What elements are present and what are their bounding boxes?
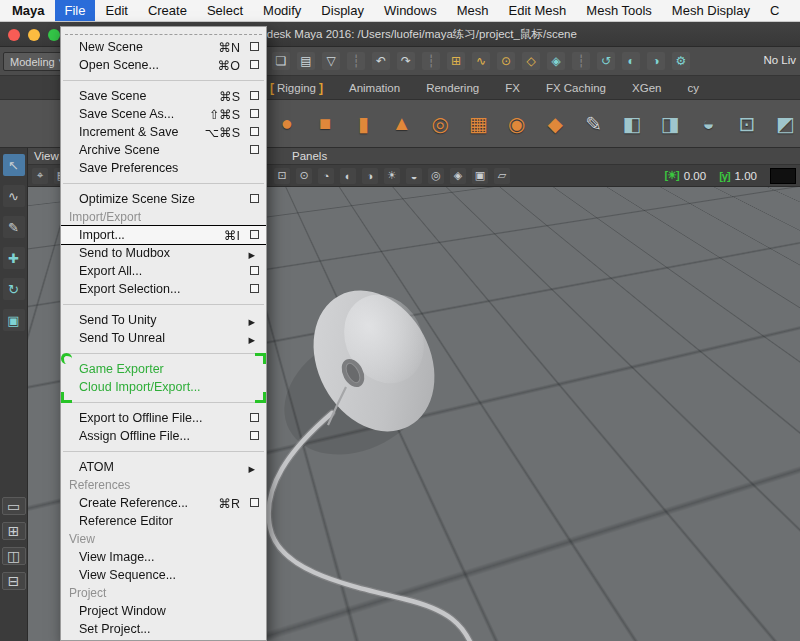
menu-item-cloud-import-export[interactable]: Cloud Import/Export...: [61, 378, 266, 396]
tab-cy[interactable]: cy: [687, 82, 699, 94]
exposure-icon[interactable]: [☀]: [665, 169, 679, 182]
motion-blur-icon[interactable]: ◈: [450, 168, 466, 184]
menubar-item-display[interactable]: Display: [311, 0, 374, 21]
menu-item-send-to-unreal[interactable]: Send To Unreal: [61, 329, 266, 347]
close-button[interactable]: [8, 29, 20, 41]
mirror-geometry-icon[interactable]: ◨: [656, 109, 685, 139]
extrude-icon[interactable]: ⊡: [732, 109, 761, 139]
save-scene-icon[interactable]: ▽: [322, 52, 340, 70]
menu-item-optimize-scene-size[interactable]: Optimize Scene Size: [61, 190, 266, 208]
tab-rigging[interactable]: [ Rigging ]: [270, 81, 323, 95]
menu-tearoff-handle[interactable]: [65, 30, 262, 35]
poly-sphere-icon[interactable]: ●: [272, 109, 301, 139]
option-box-icon[interactable]: [250, 91, 259, 100]
snap-plane-icon[interactable]: ◇: [522, 52, 540, 70]
poly-cone-icon[interactable]: ▲: [387, 109, 416, 139]
menubar-item-windows[interactable]: Windows: [374, 0, 447, 21]
safe-title-icon[interactable]: ⊙: [296, 168, 312, 184]
snap-point-icon[interactable]: ⊙: [497, 52, 515, 70]
undo-icon[interactable]: ↶: [372, 52, 390, 70]
construction-history-icon[interactable]: ↺: [597, 52, 615, 70]
option-box-icon[interactable]: [250, 230, 259, 239]
paint-select-tool-icon[interactable]: ✎: [3, 216, 25, 238]
multisampling-icon[interactable]: ▣: [472, 168, 488, 184]
platonic-solid-icon[interactable]: ◆: [541, 109, 570, 139]
menu-item-export-all[interactable]: Export All...: [61, 262, 266, 280]
option-box-icon[interactable]: [250, 266, 259, 275]
menubar-item-create[interactable]: Create: [138, 0, 197, 21]
shadows-icon[interactable]: ◒: [406, 168, 422, 184]
scale-tool-icon[interactable]: ▣: [3, 309, 25, 331]
menubar-item-mesh-tools[interactable]: Mesh Tools: [576, 0, 662, 21]
menu-item-atom[interactable]: ATOM: [61, 458, 266, 476]
option-box-icon[interactable]: [250, 145, 259, 154]
menubar-item-file[interactable]: File: [55, 0, 96, 21]
poly-plane-icon[interactable]: ▦: [464, 109, 493, 139]
three-pane-layout-icon[interactable]: ⊟: [2, 572, 26, 590]
option-box-icon[interactable]: [250, 498, 259, 507]
menu-item-export-selection[interactable]: Export Selection...: [61, 280, 266, 298]
snap-grid-icon[interactable]: ⊞: [447, 52, 465, 70]
poly-torus-icon[interactable]: ◎: [425, 109, 454, 139]
menubar-item-mesh[interactable]: Mesh: [447, 0, 499, 21]
redo-icon[interactable]: ↷: [397, 52, 415, 70]
menu-item-game-exporter[interactable]: Game Exporter: [61, 360, 266, 378]
gamma-icon[interactable]: [γ]: [719, 170, 729, 182]
ipr-render-icon[interactable]: ◑: [647, 52, 665, 70]
render-icon[interactable]: ◐: [622, 52, 640, 70]
camera-select-icon[interactable]: ⌖: [32, 168, 48, 184]
option-box-icon[interactable]: [250, 42, 259, 51]
option-box-icon[interactable]: [250, 431, 259, 440]
menu-item-increment-and-save[interactable]: Increment & Save ⌥⌘S: [61, 123, 266, 141]
menu-item-send-to-mudbox[interactable]: Send to Mudbox: [61, 244, 266, 262]
tab-rendering[interactable]: Rendering: [426, 82, 479, 94]
menubar-item-select[interactable]: Select: [197, 0, 253, 21]
poly-cube-icon[interactable]: ■: [310, 109, 339, 139]
lighting-icon[interactable]: ☀: [384, 168, 400, 184]
menu-item-import[interactable]: Import... ⌘I: [61, 226, 266, 244]
option-box-icon[interactable]: [250, 60, 259, 69]
rotate-tool-icon[interactable]: ↻: [3, 278, 25, 300]
curve-pencil-icon[interactable]: ✎: [579, 109, 608, 139]
tab-xgen[interactable]: XGen: [632, 82, 661, 94]
tab-animation[interactable]: Animation: [349, 82, 400, 94]
two-pane-layout-icon[interactable]: ◫: [2, 547, 26, 565]
menu-item-save-scene-as[interactable]: Save Scene As... ⇧⌘S: [61, 105, 266, 123]
panel-menu-view[interactable]: View: [34, 150, 59, 162]
menu-item-new-scene[interactable]: New Scene ⌘N: [61, 38, 266, 56]
option-box-icon[interactable]: [250, 109, 259, 118]
menubar-item-curves[interactable]: C: [760, 0, 789, 21]
zoom-button[interactable]: [48, 29, 60, 41]
move-tool-icon[interactable]: ✚: [3, 247, 25, 269]
menu-item-create-reference[interactable]: Create Reference... ⌘R: [61, 494, 266, 512]
menu-item-send-to-unity[interactable]: Send To Unity: [61, 311, 266, 329]
menubar-item-edit[interactable]: Edit: [95, 0, 137, 21]
wireframe-mode-icon[interactable]: ◔: [318, 168, 334, 184]
smooth-mesh-icon[interactable]: ◒: [694, 109, 723, 139]
menu-item-set-project[interactable]: Set Project...: [61, 620, 266, 638]
poly-cylinder-icon[interactable]: ▮: [349, 109, 378, 139]
shaded-mode-icon[interactable]: ◐: [340, 168, 356, 184]
render-settings-icon[interactable]: ⚙: [672, 52, 690, 70]
menubar-item-mesh-display[interactable]: Mesh Display: [662, 0, 760, 21]
option-box-icon[interactable]: [250, 194, 259, 203]
minimize-button[interactable]: [28, 29, 40, 41]
panel-menu-panels[interactable]: Panels: [292, 150, 327, 162]
menu-item-reference-editor[interactable]: Reference Editor: [61, 512, 266, 530]
menu-item-view-image[interactable]: View Image...: [61, 548, 266, 566]
menu-item-project-window[interactable]: Project Window: [61, 602, 266, 620]
new-scene-icon[interactable]: ❏: [272, 52, 290, 70]
lasso-tool-icon[interactable]: ∿: [3, 185, 25, 207]
background-color-swatch[interactable]: [770, 168, 796, 184]
single-pane-layout-icon[interactable]: ▭: [2, 497, 26, 515]
select-tool-icon[interactable]: ↖: [3, 154, 25, 176]
menu-item-save-preferences[interactable]: Save Preferences: [61, 159, 266, 177]
tab-fx[interactable]: FX: [505, 82, 520, 94]
option-box-icon[interactable]: [250, 284, 259, 293]
multi-cut-icon[interactable]: ◧: [617, 109, 646, 139]
four-pane-layout-icon[interactable]: ⊞: [2, 522, 26, 540]
menu-item-assign-offline-file[interactable]: Assign Offline File...: [61, 427, 266, 445]
make-live-icon[interactable]: ◈: [547, 52, 565, 70]
menubar-item-modify[interactable]: Modify: [253, 0, 311, 21]
textured-mode-icon[interactable]: ◑: [362, 168, 378, 184]
